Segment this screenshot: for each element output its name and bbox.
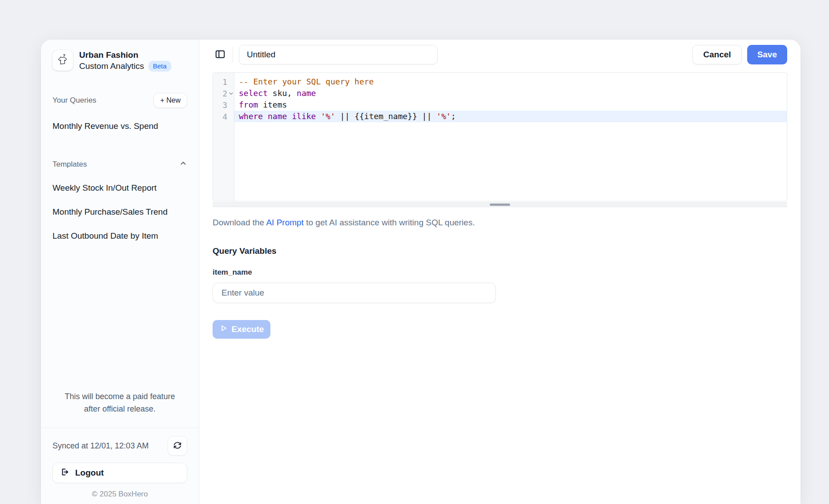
play-icon <box>219 324 228 335</box>
sql-editor[interactable]: 1 2 3 4 -- Enter your SQL query here sel… <box>213 72 787 201</box>
beta-badge: Beta <box>149 61 171 72</box>
query-title-input[interactable] <box>239 45 438 64</box>
sidebar-item-template[interactable]: Weekly Stock In/Out Report <box>41 182 199 193</box>
ai-prompt-link[interactable]: AI Prompt <box>266 218 303 227</box>
logout-button[interactable]: Logout <box>52 463 187 483</box>
queries-section-label: Your Queries <box>52 96 97 105</box>
workspace-title: Urban Fashion Custom Analytics Beta <box>79 49 171 72</box>
tshirt-icon <box>55 52 70 69</box>
templates-section-label: Templates <box>52 160 87 169</box>
workspace-logo <box>52 50 73 71</box>
sidebar-item-template[interactable]: Last Outbound Date by Item <box>41 230 199 241</box>
refresh-button[interactable] <box>168 436 187 456</box>
queries-section-header: Your Queries + New <box>41 93 199 108</box>
variable-value-input[interactable] <box>213 283 496 303</box>
sidebar: Urban Fashion Custom Analytics Beta Your… <box>41 40 199 504</box>
sidebar-toggle-icon <box>214 48 226 61</box>
code-line: select sku, name <box>234 88 787 99</box>
editor-resize-handle[interactable] <box>213 202 787 207</box>
sync-status-text: Synced at 12/01, 12:03 AM <box>52 441 149 451</box>
save-button[interactable]: Save <box>747 45 787 64</box>
sidebar-item-query[interactable]: Monthly Revenue vs. Spend <box>41 120 199 132</box>
sidebar-item-template[interactable]: Monthly Purchase/Sales Trend <box>41 206 199 217</box>
ai-help-text: Download the AI Prompt to get AI assista… <box>213 218 787 228</box>
workspace-header: Urban Fashion Custom Analytics Beta <box>41 49 199 72</box>
fold-chevron-icon[interactable] <box>229 91 233 96</box>
code-line: from items <box>234 99 787 111</box>
logout-label: Logout <box>75 468 104 478</box>
app-window: Urban Fashion Custom Analytics Beta Your… <box>41 40 801 504</box>
refresh-icon <box>173 440 182 452</box>
code-line-active: where name ilike '%' || {{item_name}} ||… <box>234 111 787 122</box>
code-line: -- Enter your SQL query here <box>234 76 787 88</box>
paid-feature-notice: This will become a paid feature after of… <box>41 390 199 415</box>
line-number: 1 <box>213 76 234 88</box>
variable-name-label: item_name <box>213 268 787 277</box>
editor-code-area: -- Enter your SQL query here select sku,… <box>234 73 787 201</box>
main-panel: Cancel Save 1 2 3 4 -- Enter your SQL qu… <box>199 40 801 504</box>
line-number: 3 <box>213 99 234 111</box>
cancel-button[interactable]: Cancel <box>692 45 741 64</box>
line-number: 2 <box>213 88 234 99</box>
editor-gutter: 1 2 3 4 <box>213 73 234 201</box>
sync-status-row: Synced at 12/01, 12:03 AM <box>41 428 199 456</box>
toolbar: Cancel Save <box>213 45 787 64</box>
templates-section-header[interactable]: Templates <box>41 159 199 169</box>
query-variables-title: Query Variables <box>213 246 787 256</box>
toolbar-divider <box>233 47 233 62</box>
line-number: 4 <box>213 111 234 122</box>
product-name: Custom Analytics <box>79 60 144 72</box>
execute-label: Execute <box>232 324 264 334</box>
chevron-up-icon <box>179 159 187 169</box>
new-query-button[interactable]: + New <box>153 93 187 108</box>
resize-grip <box>490 204 510 206</box>
logout-icon <box>60 467 69 479</box>
workspace-name: Urban Fashion <box>79 49 171 60</box>
execute-button[interactable]: Execute <box>213 320 270 339</box>
copyright-text: © 2025 BoxHero <box>41 483 199 504</box>
sidebar-toggle-button[interactable] <box>213 47 228 62</box>
